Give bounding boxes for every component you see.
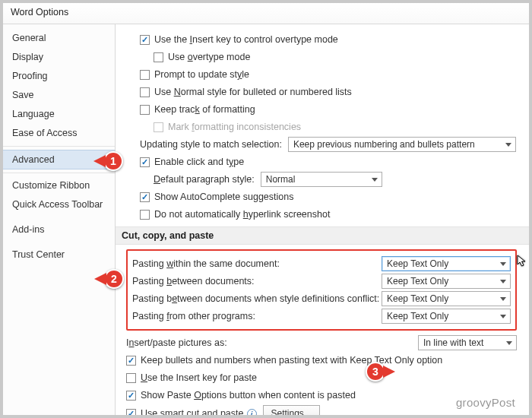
label-mark-inconsistencies: Mark formatting inconsistencies (168, 122, 301, 132)
sidebar-item-proofing[interactable]: Proofing (3, 67, 115, 86)
checkbox-keep-bullets[interactable] (126, 356, 136, 366)
label-updating-style: Updating style to match selection: (140, 139, 282, 150)
checkbox-normal-bulleted[interactable] (140, 87, 150, 97)
label-paste-between-conflict: Pasting between documents when style def… (132, 293, 379, 304)
label-paste-other: Pasting from other programs: (132, 311, 255, 321)
combo-paste-within[interactable]: Keep Text Only (382, 256, 511, 271)
label-paste-between: Pasting between documents: (132, 276, 255, 287)
label-show-autocomplete: Show AutoComplete suggestions (154, 192, 293, 202)
options-content: Use the Insert key to control overtype m… (116, 24, 529, 415)
combo-insert-pictures[interactable]: In line with text (418, 335, 517, 350)
label-keep-bullets: Keep bullets and numbers when pasting te… (141, 355, 442, 366)
checkbox-mark-inconsistencies (154, 122, 163, 132)
sidebar-item-save[interactable]: Save (3, 86, 115, 105)
label-insert-key-paste: Use the Insert key for paste (141, 372, 257, 383)
watermark: groovyPost (456, 396, 515, 409)
sidebar-item-trust-center[interactable]: Trust Center (3, 245, 115, 264)
label-enable-click-type: Enable click and type (154, 157, 244, 167)
label-keep-track-formatting: Keep track of formatting (154, 104, 255, 115)
combo-paste-between-conflict[interactable]: Keep Text Only (382, 291, 511, 306)
label-insert-key-overtype: Use the Insert key to control overtype m… (154, 34, 338, 45)
combo-default-paragraph[interactable]: Normal (261, 172, 382, 187)
checkbox-show-autocomplete[interactable] (140, 192, 150, 202)
sidebar-item-ease-of-access[interactable]: Ease of Access (3, 124, 115, 143)
checkbox-smart-cut-paste[interactable] (126, 409, 136, 416)
label-smart-cut-paste: Use smart cut and paste (141, 408, 244, 415)
section-header-cut-copy-paste: Cut, copy, and paste (116, 226, 529, 245)
sidebar-item-add-ins[interactable]: Add-ins (3, 220, 115, 239)
checkbox-enable-click-type[interactable] (140, 157, 150, 167)
label-normal-bulleted: Use Normal style for bulleted or numbere… (154, 87, 352, 97)
label-show-paste-options: Show Paste Options button when content i… (141, 390, 356, 401)
sidebar-item-display[interactable]: Display (3, 48, 115, 67)
combo-paste-between[interactable]: Keep Text Only (382, 274, 511, 289)
checkbox-keep-track-formatting[interactable] (140, 105, 150, 115)
label-paste-within: Pasting within the same document: (132, 258, 280, 269)
checkbox-no-auto-hyperlink[interactable] (140, 210, 150, 220)
label-default-paragraph: Default paragraph style: (154, 174, 255, 185)
label-no-auto-hyperlink: Do not automatically hyperlink screensho… (154, 209, 330, 220)
combo-updating-style[interactable]: Keep previous numbering and bullets patt… (288, 137, 516, 152)
checkbox-insert-key-overtype[interactable] (140, 35, 150, 45)
combo-paste-other[interactable]: Keep Text Only (382, 309, 511, 324)
sidebar-item-quick-access[interactable]: Quick Access Toolbar (3, 195, 115, 214)
label-use-overtype: Use overtype mode (168, 52, 250, 62)
label-insert-pictures: Insert/paste pictures as: (126, 337, 227, 348)
settings-button[interactable]: Settings... (263, 405, 320, 415)
checkbox-insert-key-paste[interactable] (126, 373, 136, 383)
options-sidebar: General Display Proofing Save Language E… (3, 24, 116, 415)
sidebar-item-general[interactable]: General (3, 29, 115, 48)
sidebar-item-language[interactable]: Language (3, 105, 115, 124)
info-icon[interactable]: i (247, 409, 257, 416)
sidebar-item-customize-ribbon[interactable]: Customize Ribbon (3, 176, 115, 195)
window-title: Word Options (3, 3, 529, 24)
sidebar-item-advanced[interactable]: Advanced (3, 150, 115, 169)
paste-options-highlight: Pasting within the same document: Keep T… (126, 249, 517, 331)
checkbox-prompt-update-style[interactable] (140, 70, 150, 80)
checkbox-show-paste-options[interactable] (126, 391, 136, 401)
checkbox-use-overtype[interactable] (154, 52, 163, 62)
label-prompt-update-style: Prompt to update style (154, 69, 249, 80)
